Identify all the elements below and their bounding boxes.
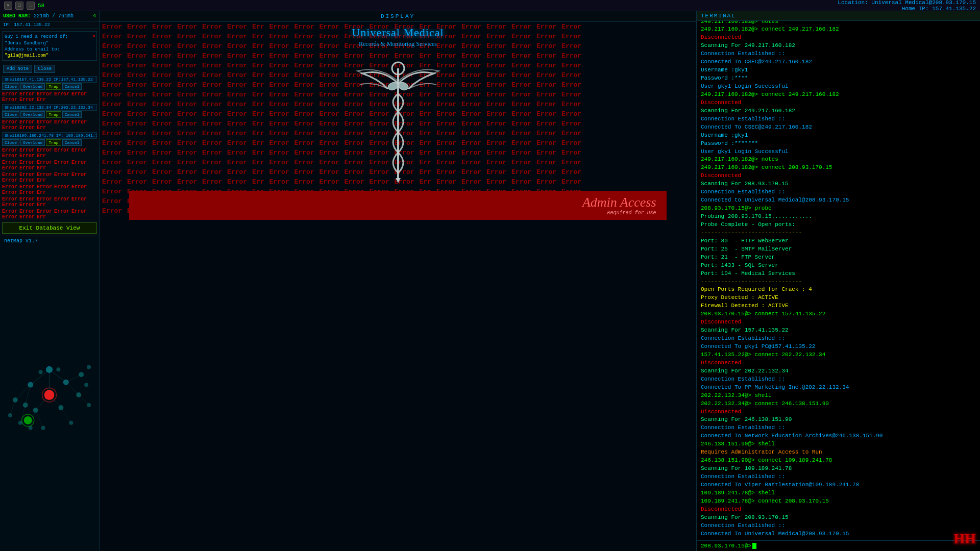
error-watermark-cell: Error	[317, 109, 342, 119]
svg-point-27	[76, 392, 81, 397]
note-buttons: Add Note Close	[0, 63, 99, 75]
terminal-line: Disconnected	[701, 318, 976, 327]
terminal-cursor	[752, 543, 756, 549]
terminal-line: Probe Complete - Open ports:	[701, 221, 976, 229]
error-watermark-cell: Error	[175, 41, 200, 51]
error-watermark-cell: Error	[534, 80, 559, 90]
netmap-svg	[0, 236, 99, 551]
error-watermark-cell: Error	[150, 70, 175, 80]
terminal-line: Password :*******	[701, 140, 976, 148]
window-icon-3[interactable]: _	[27, 2, 35, 10]
error-watermark-cell: Error	[225, 138, 250, 148]
error-watermark-cell: Error	[267, 22, 292, 32]
shell3-close[interactable]: Close	[2, 139, 19, 146]
error-watermark-cell: Error	[267, 51, 292, 61]
terminal-line: Connection Established ::	[701, 188, 976, 196]
shell2-trap[interactable]: Trap	[46, 111, 61, 118]
terminal-line: Requires Administrator Access to Run	[701, 448, 976, 457]
error-watermark-cell: Error	[200, 177, 225, 187]
terminal-prompt: 208.93.170.15@>	[701, 543, 751, 549]
error-watermark-cell: Error	[317, 148, 342, 158]
shell-info-1: Shell@157.41.135.22 IP:157.41.135.22	[2, 76, 97, 83]
error-watermark-cell: Error	[484, 61, 509, 70]
error-watermark-cell: Error	[100, 206, 125, 216]
error-watermark-cell: Error	[125, 99, 150, 109]
error-watermark-cell: Error	[267, 61, 292, 70]
terminal-line: ------------------------------	[701, 229, 976, 237]
error-watermark-cell: Error	[292, 80, 317, 90]
terminal-header: TERMINAL	[697, 11, 980, 21]
shell2-overload[interactable]: Overload	[20, 111, 45, 118]
svg-point-36	[56, 367, 60, 371]
svg-point-37	[84, 383, 88, 387]
add-note-button[interactable]: Add Note	[3, 65, 32, 73]
error-watermark-cell: Error	[100, 129, 125, 138]
ram-value: 221mb / 761mb	[34, 13, 74, 19]
error-watermark-cell: Error	[459, 129, 484, 138]
error-watermark-cell: Error	[459, 167, 484, 177]
terminal-line: Connected To CSEC@249.217.160.182	[701, 58, 976, 66]
error-watermark-cell: Error	[534, 119, 559, 129]
error-watermark-cell: Error	[509, 51, 534, 61]
error-watermark-cell: Error	[509, 138, 534, 148]
error-watermark-cell: Error	[150, 32, 175, 41]
error-watermark-cell: Error	[292, 22, 317, 32]
terminal-line: Connection Established ::	[701, 50, 976, 58]
shell1-close[interactable]: Close	[2, 83, 19, 90]
chat-close-icon[interactable]: ✕	[92, 33, 95, 39]
error-watermark-cell: Error	[150, 177, 175, 187]
shell2-close[interactable]: Close	[2, 111, 19, 118]
shell1-trap[interactable]: Trap	[46, 83, 61, 90]
error-watermark-cell: Error	[509, 80, 534, 90]
error-watermark-cell: Error	[317, 90, 342, 99]
shell3-overload[interactable]: Overload	[20, 139, 45, 146]
error-watermark-cell: Error	[484, 138, 509, 148]
error-watermark-cell: Error	[317, 119, 342, 129]
shell2-cancel[interactable]: Cancel	[62, 111, 82, 118]
error-watermark-cell: Error	[150, 61, 175, 70]
error-watermark-cell: Error	[200, 22, 225, 32]
error-watermark-cell: Error	[225, 129, 250, 138]
terminal-line: Port: 80 - HTTP WebServer	[701, 237, 976, 245]
shell-info-2: Shell@202.22.132.34 IP:202.22.132.34	[2, 104, 97, 111]
error-watermark-cell: Error	[100, 61, 125, 70]
terminal-line: Connected To Viper-Battlestation@109.189…	[701, 481, 976, 489]
terminal-line: Connected To Network Education Archives@…	[701, 432, 976, 440]
terminal-line: User gky1 Login Successful	[701, 83, 976, 91]
terminal-line: Connected to Universal Medical@208.93.17…	[701, 196, 976, 205]
error-watermark-cell: Error	[484, 80, 509, 90]
terminal-line: Connected To Universal Medical@208.93.17…	[701, 530, 976, 538]
error-watermark-cell: Error	[225, 80, 250, 90]
terminal-body[interactable]: Target Port running incompatible service…	[697, 21, 980, 540]
error-watermark-cell: Error	[484, 99, 509, 109]
admin-banner: Admin Access Required for use	[129, 191, 666, 220]
chat-email: "gila@jmail.com"	[5, 53, 94, 58]
error-watermark-cell: Error	[484, 70, 509, 80]
error-watermark-cell: Error	[100, 119, 125, 129]
shell1-cancel[interactable]: Cancel	[62, 83, 82, 90]
shell3-trap[interactable]: Trap	[46, 139, 61, 146]
error-watermark-cell: Error	[559, 138, 584, 148]
error-watermark-cell: Error	[292, 61, 317, 70]
ram-section: USED RAM: 221mb / 761mb 4	[0, 11, 99, 21]
error-watermark-cell: Error	[267, 138, 292, 148]
error-watermark-cell: Error	[100, 32, 125, 41]
window-icon-2[interactable]: □	[15, 2, 23, 10]
err-5: Error	[70, 91, 88, 97]
error-watermark-cell: Error	[150, 109, 175, 119]
error-watermark-cell: Error	[225, 41, 250, 51]
error-watermark-cell: Error	[534, 41, 559, 51]
error-watermark-cell: Error	[200, 119, 225, 129]
error-watermark-cell: Err	[250, 109, 266, 119]
error-watermark-cell: Error	[150, 167, 175, 177]
shell3-cancel[interactable]: Cancel	[62, 139, 82, 146]
error-watermark-cell: Error	[125, 109, 150, 119]
shell1-overload[interactable]: Overload	[20, 83, 45, 90]
hospital-title: Universal Medical	[352, 26, 444, 39]
exit-database-button[interactable]: Exit Database View	[2, 222, 97, 234]
error-watermark-cell: Error	[200, 41, 225, 51]
window-icon-1[interactable]: ✕	[4, 2, 12, 10]
err-6: Error	[1, 97, 18, 103]
error-watermark-cell: Error	[509, 99, 534, 109]
close-note-button[interactable]: Close	[34, 65, 55, 73]
